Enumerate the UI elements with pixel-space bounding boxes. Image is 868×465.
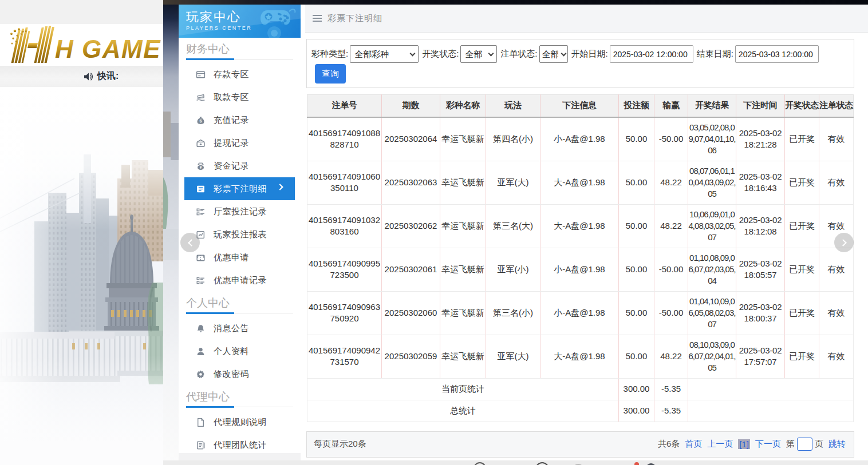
table-cell: 已开奖 — [785, 248, 819, 291]
table-cell: 2025-03-02 17:57:07 — [736, 335, 785, 378]
main-content: 彩票下注明细 彩种类型: 全部彩种 开奖状态: 全部 注单状态: 全部 开始日期… — [301, 5, 868, 465]
next-page-link[interactable]: 下一页 — [755, 439, 781, 450]
table-cell: 亚军(大) — [486, 335, 540, 378]
sidebar-item-person[interactable]: 个人资料 — [179, 340, 301, 363]
carousel-right-button[interactable] — [834, 233, 854, 252]
background-photo — [0, 87, 163, 465]
sidebar-item-cashout[interactable]: 提现记录 — [179, 132, 301, 154]
sidebar-item-withdraw[interactable]: 取款专区 — [179, 86, 301, 109]
start-date-label: 开始日期: — [571, 49, 608, 59]
table-cell: -50.00 — [654, 248, 688, 291]
news-label: 快讯: — [97, 70, 119, 82]
search-button[interactable]: 查询 — [315, 64, 346, 84]
bottom-strip — [163, 460, 868, 465]
sidebar-item-label: 代理团队统计 — [214, 440, 267, 451]
left-top-band — [0, 0, 163, 24]
table-cell: 20250302059 — [382, 335, 440, 378]
sidebar-item-bell[interactable]: 消息公告 — [179, 317, 301, 340]
draw-status-select[interactable]: 全部 — [460, 45, 497, 63]
sidebar-item-deposit[interactable]: 存款专区 — [179, 63, 301, 86]
lottery-icon — [196, 184, 206, 194]
summary-label: 当前页统计 — [307, 378, 619, 400]
summary-winloss-total: -5.35 — [654, 400, 688, 422]
table-cell: 亚军(大) — [486, 161, 540, 204]
column-header: 下注时间 — [736, 95, 785, 117]
sidebar-item-lottery[interactable]: 彩票下注明细 — [184, 177, 295, 200]
summary-label: 总统计 — [307, 400, 619, 422]
table-cell: 2025-03-02 18:05:57 — [736, 248, 785, 291]
table-cell: 20250302060 — [382, 291, 440, 335]
content-header-bar: 彩票下注明细 — [305, 5, 868, 33]
jump-suffix-label: 页 — [815, 439, 823, 450]
jump-button[interactable]: 跳转 — [828, 439, 846, 450]
table-cell: 有效 — [819, 248, 854, 291]
section-underline — [186, 406, 293, 408]
recharge-icon — [196, 116, 206, 125]
sidebar-item-label: 修改密码 — [214, 369, 249, 380]
sidebar-item-hall[interactable]: 厅室投注记录 — [179, 200, 301, 223]
cashout-icon — [196, 138, 206, 148]
summary-empty-cell — [688, 378, 854, 400]
summary-empty-cell — [688, 400, 854, 422]
sidebar-item-gear[interactable]: 修改密码 — [179, 363, 301, 385]
lottery-type-select[interactable]: 全部彩种 — [350, 45, 419, 63]
sidebar-item-label: 充值记录 — [214, 115, 249, 126]
summary-winloss-total: -5.35 — [654, 378, 688, 400]
page-title: 彩票下注明细 — [328, 13, 382, 24]
table-row: 40156917409096375092020250302060幸运飞艇新第三名… — [307, 291, 854, 335]
table-cell: 401569174090963750920 — [307, 291, 382, 335]
bell-icon — [196, 324, 206, 333]
table-cell: 有效 — [819, 161, 854, 204]
table-cell: 有效 — [819, 117, 854, 161]
table-cell: 2025-03-02 18:00:37 — [736, 291, 785, 335]
table-cell: 50.00 — [619, 335, 654, 378]
table-cell: 50.00 — [619, 248, 654, 291]
draw-status-label: 开奖状态: — [422, 49, 459, 59]
funds-icon — [196, 161, 206, 171]
sidebar-item-promo-record[interactable]: 优惠申请记录 — [179, 269, 301, 292]
summary-bet-total: 300.00 — [619, 378, 654, 400]
sidebar-footer-gap — [179, 453, 301, 460]
order-status-select[interactable]: 全部 — [539, 45, 568, 63]
table-cell: 小-A盘@1.98 — [540, 248, 619, 291]
first-page-link[interactable]: 首页 — [685, 439, 702, 450]
table-cell: 幸运飞艇新 — [440, 248, 486, 291]
order-status-label: 注单状态: — [500, 49, 537, 59]
page-jump-input[interactable] — [797, 438, 812, 451]
book-icon — [196, 440, 206, 450]
table-cell: 亚军(小) — [486, 248, 540, 291]
table-row: 40156917409099572350020250302061幸运飞艇新亚军(… — [307, 248, 854, 291]
table-cell: 已开奖 — [785, 335, 819, 378]
table-cell: 401569174091060350110 — [307, 161, 382, 204]
table-cell: 20250302063 — [382, 161, 440, 204]
table-cell: -50.00 — [654, 291, 688, 335]
sidebar-item-label: 代理规则说明 — [214, 417, 267, 428]
table-cell: 20250302062 — [382, 204, 440, 248]
top-dark-bar — [163, 0, 868, 5]
table-row: 40156917409094273157020250302059幸运飞艇新亚军(… — [307, 335, 854, 378]
sidebar-item-recharge[interactable]: 充值记录 — [179, 109, 301, 132]
sidebar-item-book[interactable]: 代理团队统计 — [179, 434, 301, 453]
table-cell: 50.00 — [619, 161, 654, 204]
sidebar-item-funds[interactable]: 资金记录 — [179, 154, 301, 177]
carousel-left-button[interactable] — [180, 233, 200, 252]
table-cell: 第四名(小) — [486, 117, 540, 161]
sidebar-section-title: 代理中心 — [186, 390, 293, 404]
summary-bet-total: 300.00 — [619, 400, 654, 422]
table-cell: 401569174090995723500 — [307, 248, 382, 291]
table-cell: 20250302064 — [382, 117, 440, 161]
sidebar-section-title: 财务中心 — [186, 42, 293, 56]
sidebar-item-doc[interactable]: 代理规则说明 — [179, 411, 301, 434]
start-date-input[interactable] — [610, 45, 693, 63]
column-header: 投注额 — [619, 95, 654, 117]
table-cell: 幸运飞艇新 — [440, 291, 486, 335]
sidebar-item-label: 个人资料 — [214, 346, 249, 357]
sidebar-subtitle: PLAYERS CENTER — [186, 25, 301, 32]
end-date-label: 结束日期: — [697, 49, 733, 59]
menu-toggle-icon[interactable] — [313, 15, 322, 22]
doc-icon — [196, 418, 206, 427]
end-date-input[interactable] — [735, 45, 819, 63]
prev-page-link[interactable]: 上一页 — [707, 439, 733, 450]
table-cell: 03,05,02,08,09,07,04,01,10,06 — [688, 117, 736, 161]
table-cell: 401569174091088828710 — [307, 117, 382, 161]
